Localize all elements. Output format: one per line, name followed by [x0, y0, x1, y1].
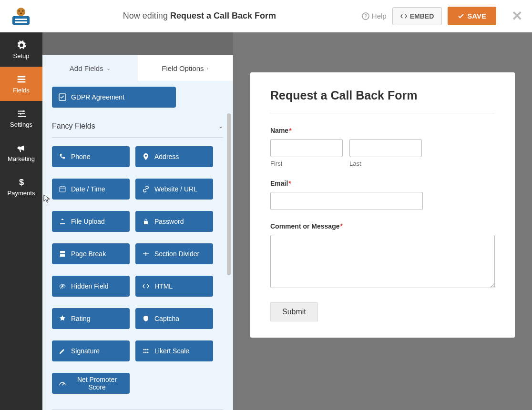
- required-mark: *: [289, 127, 291, 134]
- dollar-icon: $: [16, 177, 27, 188]
- svg-rect-5: [15, 19, 27, 20]
- nav-payments[interactable]: $ Payments: [0, 170, 42, 204]
- field-captcha[interactable]: Captcha: [135, 308, 213, 329]
- svg-rect-20: [60, 254, 65, 257]
- nav-marketing-label: Marketing: [8, 155, 35, 162]
- help-link[interactable]: ? Help: [362, 12, 387, 20]
- fancy-fields-title: Fancy Fields: [52, 122, 95, 130]
- panel-scrollbar[interactable]: [227, 113, 231, 275]
- divider-icon: [142, 250, 150, 258]
- embed-label: EMBED: [410, 12, 434, 20]
- save-button[interactable]: SAVE: [448, 7, 496, 25]
- nav-fields-label: Fields: [13, 87, 30, 94]
- svg-rect-10: [17, 79, 25, 80]
- chevron-right-icon: ›: [207, 65, 209, 71]
- field-rating[interactable]: Rating: [52, 308, 130, 329]
- email-input[interactable]: [270, 192, 423, 210]
- field-page-break[interactable]: Page Break: [52, 243, 130, 264]
- field-email[interactable]: Email*: [270, 180, 495, 210]
- nav-fields[interactable]: Fields: [0, 67, 42, 101]
- svg-point-2: [22, 10, 24, 11]
- code-icon: [142, 282, 150, 290]
- svg-point-24: [147, 349, 149, 350]
- nav-marketing[interactable]: Marketing: [0, 135, 42, 170]
- field-comment[interactable]: Comment or Message*: [270, 222, 495, 290]
- side-nav: Setup Fields Settings Marketing $ Paymen…: [0, 32, 42, 410]
- chevron-down-icon: ⌄: [218, 123, 223, 130]
- field-gdpr-agreement[interactable]: GDPR Agreement: [52, 87, 176, 108]
- tab-field-options[interactable]: Field Options›: [138, 55, 233, 81]
- svg-point-26: [145, 352, 147, 353]
- editing-title: Now editing Request a Call Back Form: [37, 11, 362, 21]
- gear-icon: [16, 40, 27, 50]
- lock-icon: [142, 218, 150, 225]
- field-section-divider[interactable]: Section Divider: [135, 243, 213, 264]
- field-date-time[interactable]: Date / Time: [52, 179, 130, 200]
- pencil-icon: [59, 347, 66, 355]
- form-title: Request a Call Back Form: [270, 89, 495, 113]
- check-square-icon: [59, 93, 66, 101]
- panel-tabs: Add Fields⌄ Field Options›: [42, 55, 233, 81]
- field-signature[interactable]: Signature: [52, 340, 130, 361]
- comment-textarea[interactable]: [270, 235, 495, 288]
- eye-slash-icon: [59, 282, 66, 290]
- last-name-input[interactable]: [349, 139, 422, 157]
- svg-point-0: [17, 8, 25, 16]
- help-label: Help: [372, 12, 387, 20]
- name-label: Name*: [270, 127, 495, 134]
- nav-setup[interactable]: Setup: [0, 32, 42, 67]
- editing-form-name: Request a Call Back Form: [170, 11, 276, 20]
- svg-point-13: [20, 113, 21, 115]
- svg-rect-4: [12, 16, 30, 25]
- required-mark: *: [288, 180, 291, 187]
- tab-add-fields[interactable]: Add Fields⌄: [42, 55, 138, 81]
- fields-panel: Fields Add Fields⌄ Field Options› GDPR A…: [42, 32, 233, 410]
- svg-point-14: [24, 115, 26, 117]
- app-logo: [5, 2, 37, 30]
- field-likert-scale[interactable]: Likert Scale: [135, 340, 213, 361]
- svg-text:$: $: [19, 177, 23, 187]
- svg-rect-19: [60, 251, 65, 253]
- field-net-promoter-score[interactable]: Net Promoter Score: [52, 373, 130, 394]
- nav-settings-label: Settings: [10, 121, 32, 128]
- form-canvas: Request a Call Back Form Name* First Las…: [233, 32, 532, 410]
- nav-settings[interactable]: Settings: [0, 101, 42, 135]
- field-phone[interactable]: Phone: [52, 146, 130, 167]
- field-name[interactable]: Name* First Last: [270, 127, 495, 167]
- field-hidden-field[interactable]: Hidden Field: [52, 276, 130, 297]
- close-button[interactable]: ✕: [507, 8, 527, 24]
- wpforms-logo-icon: [9, 7, 33, 26]
- email-label: Email*: [270, 180, 495, 187]
- form-preview: Request a Call Back Form Name* First Las…: [250, 72, 515, 338]
- field-website-url[interactable]: Website / URL: [135, 179, 213, 200]
- comment-label: Comment or Message*: [270, 222, 495, 230]
- field-html[interactable]: HTML: [135, 276, 213, 297]
- svg-rect-6: [15, 21, 27, 23]
- svg-rect-9: [17, 76, 25, 77]
- main-area: Setup Fields Settings Marketing $ Paymen…: [0, 32, 532, 410]
- bullhorn-icon: [16, 143, 27, 153]
- first-sublabel: First: [270, 160, 343, 167]
- phone-icon: [59, 153, 66, 160]
- submit-button[interactable]: Submit: [270, 302, 318, 321]
- svg-rect-18: [144, 221, 148, 224]
- svg-point-23: [145, 349, 147, 350]
- sliders-icon: [16, 109, 27, 119]
- field-list: GDPR Agreement Fancy Fields ⌄ Phone Addr…: [42, 81, 233, 410]
- check-icon: [458, 13, 464, 20]
- field-file-upload[interactable]: File Upload: [52, 211, 130, 232]
- embed-button[interactable]: EMBED: [392, 7, 442, 25]
- last-sublabel: Last: [349, 160, 422, 167]
- first-name-input[interactable]: [270, 139, 343, 157]
- svg-point-25: [143, 352, 145, 353]
- code-icon: [400, 13, 407, 20]
- section-fancy-fields[interactable]: Fancy Fields ⌄: [52, 113, 223, 138]
- editing-prefix: Now editing: [123, 11, 170, 20]
- field-address[interactable]: Address: [135, 146, 213, 167]
- svg-rect-11: [17, 81, 25, 82]
- map-pin-icon: [142, 153, 150, 160]
- field-password[interactable]: Password: [135, 211, 213, 232]
- fancy-fields-grid: Phone Address Date / Time Website / URL …: [52, 146, 223, 400]
- save-label: SAVE: [467, 12, 486, 20]
- svg-text:?: ?: [364, 14, 367, 19]
